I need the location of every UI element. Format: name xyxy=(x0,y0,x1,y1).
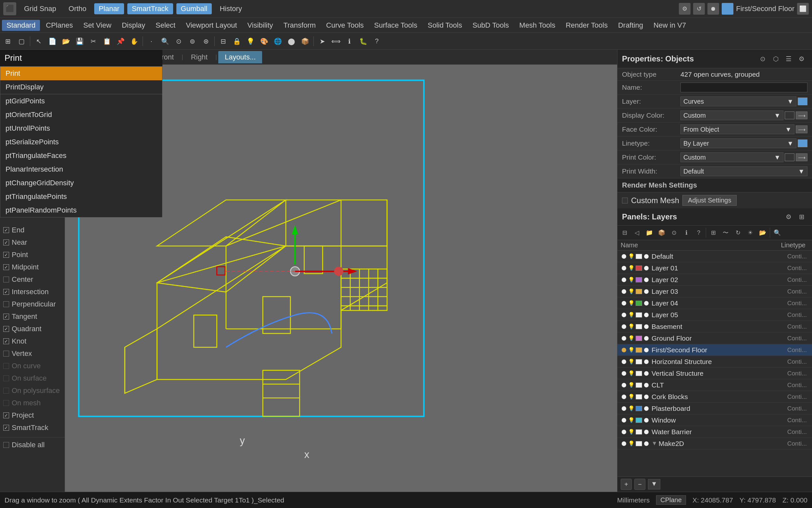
menu-transform[interactable]: Transform xyxy=(279,20,320,31)
layers-expand-icon[interactable]: ⊞ xyxy=(796,211,807,223)
layer-row-clt[interactable]: 💡 CLT Conti... xyxy=(617,379,812,391)
menu-solid-tools[interactable]: Solid Tools xyxy=(423,20,467,31)
layer-corkblocks-color[interactable] xyxy=(636,394,642,399)
layer-row-plasterboard[interactable]: 💡 Plasterboard Conti... xyxy=(617,403,812,414)
layer-05-color[interactable] xyxy=(636,312,642,318)
layer-row-cork-blocks[interactable]: 💡 Cork Blocks Conti... xyxy=(617,391,812,403)
snap-quadrant[interactable]: Quadrant xyxy=(0,323,65,335)
tb-globe-icon[interactable]: 🌐 xyxy=(271,35,284,48)
layer-01-color[interactable] xyxy=(636,265,642,271)
display-color-link[interactable]: ⟶ xyxy=(796,112,807,119)
layer-make2d-color[interactable] xyxy=(636,441,642,446)
snap-project[interactable]: Project xyxy=(0,409,65,422)
layer-row-vert-struct[interactable]: 💡 Vertical Structure Conti... xyxy=(617,368,812,379)
tb-new-icon[interactable]: 📄 xyxy=(46,35,59,48)
snap-disable-all[interactable]: Disable all xyxy=(0,437,65,451)
face-color-link[interactable]: ⟶ xyxy=(796,125,807,133)
lt-grid3-icon[interactable]: ⊞ xyxy=(707,227,719,239)
tb-palette-icon[interactable]: 🎨 xyxy=(257,35,271,48)
autocomplete-print-display[interactable]: PrintDisplay xyxy=(0,80,162,94)
snap-midpoint-checkbox[interactable] xyxy=(3,264,9,270)
snap-vertex[interactable]: Vertex xyxy=(0,347,65,360)
lt-box-icon[interactable]: 📦 xyxy=(656,227,667,239)
layers-gear-icon[interactable]: ⚙ xyxy=(783,211,795,223)
cmd-ptChangeGridDensity[interactable]: ptChangeGridDensity xyxy=(0,176,162,190)
snap-end-checkbox[interactable] xyxy=(3,227,9,233)
history-button[interactable]: History xyxy=(215,3,246,14)
menu-setview[interactable]: Set View xyxy=(79,20,115,31)
props-list-icon[interactable]: ☰ xyxy=(783,53,795,65)
layer-04-color[interactable] xyxy=(636,301,642,306)
menu-render-tools[interactable]: Render Tools xyxy=(561,20,612,31)
layer-default-vis[interactable] xyxy=(622,254,626,259)
print-color-dropdown[interactable]: Custom ▼ xyxy=(680,153,783,162)
menu-new-v7[interactable]: New in V7 xyxy=(649,20,690,31)
tb-zoom-fit-icon[interactable]: ⊙ xyxy=(172,35,185,48)
gumball-button[interactable]: Gumball xyxy=(176,3,212,14)
tb-sphere-icon[interactable]: ⬤ xyxy=(285,35,298,48)
snap-smarttrack[interactable]: SmartTrack xyxy=(0,422,65,434)
tb-light-icon[interactable]: 💡 xyxy=(244,35,257,48)
layer-window-color[interactable] xyxy=(636,418,642,423)
snap-intersection[interactable]: Intersection xyxy=(0,286,65,298)
print-color-swatch[interactable] xyxy=(785,154,795,161)
lt-question-icon[interactable]: ? xyxy=(693,227,705,239)
menu-standard[interactable]: Standard xyxy=(2,20,40,31)
display-color-swatch[interactable] xyxy=(785,112,795,119)
face-color-dropdown[interactable]: From Object ▼ xyxy=(680,125,795,134)
layer-row-03[interactable]: 💡 Layer 03 Conti... xyxy=(617,286,812,297)
layer-row-05[interactable]: 💡 Layer 05 Conti... xyxy=(617,309,812,321)
cmd-ptOrientToGrid[interactable]: ptOrientToGrid xyxy=(0,108,162,122)
snap-knot-checkbox[interactable] xyxy=(3,338,9,344)
layer-row-horiz-struct[interactable]: 💡 Horizontal Structure Conti... xyxy=(617,356,812,368)
linetype-color[interactable] xyxy=(798,139,807,147)
viewport-color-icon[interactable] xyxy=(722,3,733,15)
planar-button[interactable]: Planar xyxy=(94,3,124,14)
layer-dropdown[interactable]: Curves ▼ xyxy=(680,96,797,106)
tb-cursor-icon[interactable]: ↖ xyxy=(32,35,45,48)
snap-near[interactable]: Near xyxy=(0,236,65,249)
layers-add-button[interactable]: + xyxy=(621,479,632,490)
status-cplane[interactable]: CPlane xyxy=(656,495,686,505)
layer-row-basement[interactable]: 💡 Basement Conti... xyxy=(617,321,812,333)
props-mesh-icon[interactable]: ⬡ xyxy=(770,53,781,65)
app-icon[interactable]: ⬛ xyxy=(3,2,16,15)
layer-default-vis2[interactable] xyxy=(644,254,649,259)
layer-row-window[interactable]: 💡 Window Conti... xyxy=(617,414,812,426)
tb-bug-icon[interactable]: 🐛 xyxy=(356,35,370,48)
layers-filter-select[interactable]: ▼ xyxy=(648,479,660,490)
lt-curve-icon[interactable]: 〜 xyxy=(720,227,731,239)
tb-copy-icon[interactable]: 📋 xyxy=(100,35,113,48)
snap-center-checkbox[interactable] xyxy=(3,277,9,283)
linetype-dropdown[interactable]: By Layer ▼ xyxy=(680,138,797,148)
layer-firstsecond-color[interactable] xyxy=(636,347,642,353)
snap-point-checkbox[interactable] xyxy=(3,252,9,258)
layer-row-04[interactable]: 💡 Layer 04 Conti... xyxy=(617,297,812,309)
snap-knot[interactable]: Knot xyxy=(0,335,65,347)
autocomplete-print[interactable]: Print xyxy=(0,67,162,80)
lt-circle-icon[interactable]: ⊙ xyxy=(668,227,680,239)
snap-intersection-checkbox[interactable] xyxy=(3,289,9,295)
lt-layers-icon[interactable]: ⊟ xyxy=(619,227,630,239)
snap-vertex-checkbox[interactable] xyxy=(3,351,9,356)
layer-row-first-second[interactable]: 💡 First/Second Floor Conti... xyxy=(617,344,812,356)
lt-info-icon[interactable]: ℹ xyxy=(680,227,692,239)
snap-perpendicular[interactable]: Perpendicular xyxy=(0,298,65,310)
cmd-ptTriangulatePoints[interactable]: ptTriangulatePoints xyxy=(0,190,162,204)
tb-save-icon[interactable]: 💾 xyxy=(73,35,86,48)
vp-tab-layouts[interactable]: Layouts... xyxy=(218,51,262,64)
tb-square-icon[interactable]: ▢ xyxy=(15,35,28,48)
adjust-settings-button[interactable]: Adjust Settings xyxy=(682,195,737,206)
tb-dim-icon[interactable]: ⟺ xyxy=(329,35,342,48)
layer-horizstruct-color[interactable] xyxy=(636,359,642,364)
lt-folder2-icon[interactable]: 📂 xyxy=(757,227,768,239)
cmd-ptSerializePoints[interactable]: ptSerializePoints xyxy=(0,135,162,149)
cmd-ptPanelRandomPoints[interactable]: ptPanelRandomPoints xyxy=(0,204,162,217)
menu-subd-tools[interactable]: SubD Tools xyxy=(468,20,514,31)
cmd-ptTriangulateFaces[interactable]: ptTriangulateFaces xyxy=(0,149,162,163)
menu-cplanes[interactable]: CPlanes xyxy=(41,20,77,31)
menu-display[interactable]: Display xyxy=(117,20,150,31)
filter-icon[interactable]: ⚙ xyxy=(679,3,690,15)
layer-waterbarrier-color[interactable] xyxy=(636,429,642,434)
snap-disableall-checkbox[interactable] xyxy=(3,442,9,448)
